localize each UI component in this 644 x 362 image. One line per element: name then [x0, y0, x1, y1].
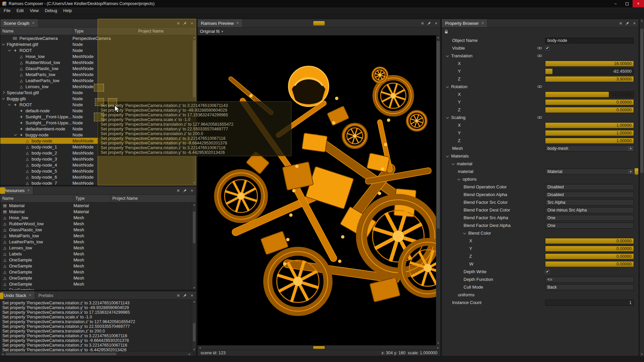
panel-close-icon[interactable]: ×: [191, 188, 193, 193]
resource-material[interactable]: ▤MaterialMaterial: [0, 208, 196, 215]
value-slider[interactable]: 0.00000: [545, 99, 634, 105]
value-slider[interactable]: 0.00000: [545, 261, 634, 267]
checkbox[interactable]: ✔: [545, 46, 550, 51]
tab-close-icon[interactable]: ×: [236, 21, 239, 25]
value-field[interactable]: Disabled: [545, 192, 634, 198]
column-header-type[interactable]: Type: [73, 195, 110, 202]
resource-lenses-low[interactable]: △Lenses_lowMesh: [0, 245, 196, 251]
link-icon[interactable]: [537, 116, 542, 119]
expander-open-icon[interactable]: [446, 154, 449, 157]
column-header-name[interactable]: Name: [0, 195, 73, 202]
resource-leatherparts-low[interactable]: △LeatherParts_lowMesh: [0, 239, 196, 245]
expander-open-icon[interactable]: [463, 231, 466, 234]
value-slider[interactable]: 16.00000: [545, 61, 634, 67]
3d-viewport[interactable]: [198, 36, 436, 345]
pin-icon[interactable]: [626, 21, 629, 25]
panel-close-icon[interactable]: ×: [191, 293, 193, 298]
value-field[interactable]: <=: [545, 277, 634, 283]
maximize-button[interactable]: [621, 0, 633, 7]
menu-view[interactable]: View: [27, 7, 42, 14]
log-entry[interactable]: Set property 'PerspectiveCamera.translat…: [2, 329, 196, 334]
column-header-name[interactable]: Name: [0, 27, 72, 35]
menu-edit[interactable]: Edit: [13, 7, 27, 14]
resource-onesample[interactable]: △OneSampleMesh: [0, 275, 196, 281]
panel-menu-icon[interactable]: ≡: [421, 21, 424, 25]
value-slider[interactable]: 0.00000: [545, 246, 634, 252]
expander-open-icon[interactable]: [2, 97, 5, 100]
pin-icon[interactable]: [183, 294, 187, 297]
resource-metalparts-low[interactable]: △MetalParts_lowMesh: [0, 233, 196, 239]
dropdown[interactable]: body-mesh▾: [545, 145, 634, 152]
link-icon[interactable]: [537, 47, 542, 50]
close-button[interactable]: ×: [633, 0, 644, 7]
chevron-down-icon[interactable]: ▾: [628, 146, 634, 151]
pin-icon[interactable]: [427, 21, 431, 25]
scroll-down-icon[interactable]: ▼: [640, 352, 644, 356]
log-entry[interactable]: Set property 'PerspectiveCamera.rotation…: [2, 348, 196, 352]
resource-fivesamples[interactable]: △FiveSamples: [0, 287, 196, 290]
chevron-down-icon[interactable]: ▾: [628, 169, 634, 174]
scrollbar-handle[interactable]: [193, 323, 196, 342]
panel-menu-icon[interactable]: ≡: [177, 188, 180, 193]
scroll-right-icon[interactable]: ►: [187, 353, 192, 355]
value-slider[interactable]: 1: [545, 300, 634, 306]
scrollbar-handle[interactable]: [640, 29, 643, 173]
log-entry[interactable]: Set property 'PerspectiveCamera.rotation…: [2, 343, 196, 348]
lock-icon[interactable]: [444, 29, 448, 34]
tab-close-icon[interactable]: ×: [32, 21, 35, 25]
log-entry[interactable]: Set property 'PerspectiveCamera.rotation…: [2, 334, 196, 338]
value-slider[interactable]: 112.01836: [545, 92, 634, 98]
expander-open-icon[interactable]: [446, 85, 449, 87]
text-input[interactable]: body-node: [545, 38, 634, 44]
scrollbar-handle[interactable]: [313, 346, 325, 349]
expander-open-icon[interactable]: [452, 162, 454, 165]
expander-open-icon[interactable]: [8, 49, 11, 51]
scroll-down-icon[interactable]: ▼: [192, 348, 196, 352]
log-entry[interactable]: Set property 'PerspectiveCamera.rotation…: [2, 310, 196, 315]
value-slider[interactable]: 0.00000: [545, 107, 634, 113]
resource-hose-low[interactable]: △Hose_lowMesh: [0, 215, 196, 221]
expander-open-icon[interactable]: [8, 103, 11, 106]
tab-ramses-preview[interactable]: Ramses Preview ×: [198, 19, 243, 27]
value-field[interactable]: Src Alpha: [545, 199, 634, 205]
tab-undo-stack[interactable]: Undo Stack ×: [0, 291, 35, 299]
value-slider[interactable]: 0.00000: [545, 238, 634, 244]
panel-close-icon[interactable]: ×: [633, 21, 636, 25]
pin-icon[interactable]: [183, 189, 187, 192]
tab-scene-graph[interactable]: Scene Graph ×: [0, 19, 38, 27]
tab-close-icon[interactable]: ×: [481, 21, 484, 25]
value-field[interactable]: One: [545, 223, 634, 229]
resource-onesample[interactable]: △OneSampleMesh: [0, 257, 196, 263]
scrollbar-handle[interactable]: [6, 353, 116, 355]
value-field[interactable]: One: [545, 215, 634, 221]
tab-close-icon[interactable]: ×: [29, 293, 31, 298]
expander-open-icon[interactable]: [446, 54, 449, 57]
panel-menu-icon[interactable]: ≡: [177, 293, 180, 298]
scroll-up-icon[interactable]: ▲: [192, 300, 196, 304]
expander-open-icon[interactable]: [458, 177, 460, 180]
value-slider[interactable]: -82.45000: [545, 68, 634, 74]
resource-material[interactable]: ▤MaterialMaterial: [0, 202, 196, 208]
resource-labels[interactable]: △LabelsMesh: [0, 251, 196, 257]
tab-resources[interactable]: Resources ×: [0, 186, 33, 194]
log-entry[interactable]: Set property 'PerspectiveCamera.rotation…: [2, 301, 196, 305]
expander-open-icon[interactable]: [446, 116, 449, 118]
menu-file[interactable]: File: [1, 7, 13, 14]
value-slider[interactable]: 3.90000: [545, 76, 634, 82]
scroll-up-icon[interactable]: ▲: [640, 19, 644, 23]
checkbox[interactable]: ✔: [545, 269, 550, 274]
log-entry[interactable]: Set property 'PerspectiveCamera.rotation…: [2, 338, 196, 343]
resource-onesample[interactable]: △OneSampleMesh: [0, 263, 196, 269]
expander-closed-icon[interactable]: [2, 91, 5, 94]
value-slider[interactable]: 1.00000: [545, 122, 634, 128]
scroll-right-icon[interactable]: ►: [436, 347, 440, 349]
resource-glassplastic-low[interactable]: △GlassPlastic_lowMesh: [0, 227, 196, 233]
menu-debug[interactable]: Debug: [42, 7, 60, 14]
scroll-up-icon[interactable]: ▲: [192, 203, 196, 207]
link-icon[interactable]: [537, 85, 542, 88]
value-slider[interactable]: 1.00000: [545, 130, 634, 136]
tab-prefabs[interactable]: Prefabs: [35, 291, 57, 299]
scroll-down-icon[interactable]: ▼: [436, 341, 440, 345]
resource-onesample[interactable]: △OneSampleMesh: [0, 269, 196, 275]
scroll-left-icon[interactable]: ◄: [0, 353, 5, 355]
